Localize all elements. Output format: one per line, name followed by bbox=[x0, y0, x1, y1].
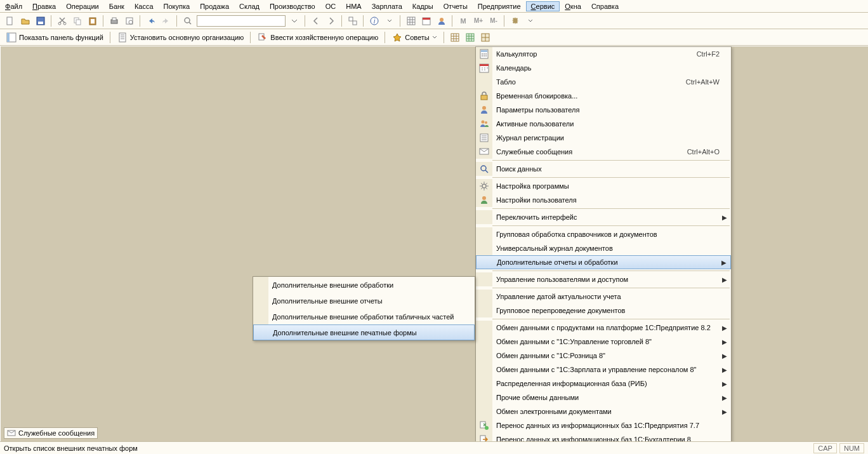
menu-item[interactable]: Универсальный журнал документов bbox=[476, 241, 731, 255]
m-icon[interactable]: M bbox=[457, 15, 470, 27]
menu-item[interactable]: Обмен данными с продуктами на платформе … bbox=[476, 321, 731, 335]
menu-item[interactable]: Обмен данными с "1С:Зарплата и управлени… bbox=[476, 363, 731, 377]
submenu-arrow-icon: ▶ bbox=[722, 394, 727, 401]
menu-item[interactable]: Настройка программы bbox=[476, 179, 731, 193]
m-minus-icon[interactable]: M- bbox=[487, 15, 500, 27]
separator bbox=[250, 32, 251, 43]
menu-item[interactable]: Временная блокировка... bbox=[476, 89, 731, 103]
show-functions-button[interactable]: Показать панель функций bbox=[4, 31, 106, 44]
gear-icon bbox=[476, 179, 492, 193]
user-icon[interactable] bbox=[435, 15, 448, 27]
submenu-item[interactable]: Дополнительные внешние печатные формы bbox=[253, 324, 475, 340]
menu-item[interactable]: Поиск данных bbox=[476, 162, 731, 176]
menu-item[interactable]: Журнал регистрации bbox=[476, 131, 731, 145]
menu-item[interactable]: Банк bbox=[104, 1, 129, 11]
menu-item[interactable]: Активные пользователи bbox=[476, 117, 731, 131]
menu-item[interactable]: Склад bbox=[234, 1, 265, 11]
save-icon[interactable] bbox=[34, 15, 47, 27]
m-plus-icon[interactable]: M+ bbox=[472, 15, 485, 27]
grid3-icon[interactable] bbox=[479, 31, 492, 44]
menu-item[interactable]: Зарплата bbox=[367, 1, 407, 11]
menu-item[interactable]: Операции bbox=[61, 1, 103, 11]
enter-op-button[interactable]: Ввести хозяйственную операцию bbox=[255, 31, 381, 44]
menu-label: Настройка программы bbox=[492, 182, 731, 190]
blank-icon bbox=[476, 391, 492, 404]
toolbar-secondary: Показать панель функций Установить основ… bbox=[0, 29, 868, 46]
menu-item[interactable]: Переключить интерфейс▶ bbox=[476, 210, 731, 224]
menu-item[interactable]: Групповая обработка справочников и докум… bbox=[476, 227, 731, 241]
calendar-icon[interactable] bbox=[420, 15, 433, 27]
submenu-item[interactable]: Дополнительные внешние отчеты bbox=[253, 293, 475, 309]
print-icon[interactable] bbox=[108, 15, 121, 27]
settings-icon[interactable] bbox=[509, 15, 522, 27]
separator bbox=[444, 32, 445, 43]
menu-item[interactable]: Обмен данными с "1С:Розница 8"▶ bbox=[476, 349, 731, 363]
menu-item[interactable]: Отчеты bbox=[438, 1, 473, 11]
search-icon[interactable] bbox=[181, 15, 194, 27]
redo-icon[interactable] bbox=[160, 15, 173, 27]
dropdown-icon[interactable] bbox=[524, 15, 537, 27]
menu-item[interactable]: Обмен электронными документами▶ bbox=[476, 404, 731, 418]
cut-icon[interactable] bbox=[56, 15, 69, 27]
menu-item[interactable]: Календарь bbox=[476, 61, 731, 75]
service-menu: КалькуляторCtrl+F2КалендарьТаблоCtrl+Alt… bbox=[475, 46, 732, 454]
menu-item[interactable]: Справка bbox=[586, 1, 624, 11]
menu-item[interactable]: Производство bbox=[265, 1, 320, 11]
search-input[interactable] bbox=[197, 15, 286, 27]
menu-item[interactable]: Управление датой актуальности учета bbox=[476, 290, 731, 304]
preview-icon[interactable] bbox=[123, 15, 136, 27]
dropdown-icon[interactable] bbox=[383, 15, 396, 27]
svg-point-42 bbox=[485, 121, 487, 124]
menu-item[interactable]: Прочие обмены данными▶ bbox=[476, 391, 731, 404]
copy-icon[interactable] bbox=[71, 15, 84, 27]
menu-item[interactable]: КалькуляторCtrl+F2 bbox=[476, 47, 731, 61]
menu-item[interactable]: Покупка bbox=[159, 1, 195, 11]
menu-item[interactable]: Параметры пользователя bbox=[476, 103, 731, 117]
menu-label: Обмен данными с продуктами на платформе … bbox=[492, 324, 731, 331]
menu-item[interactable]: Групповое перепроведение документов bbox=[476, 304, 731, 317]
submenu-item[interactable]: Дополнительные внешние обработки bbox=[253, 277, 475, 293]
menu-item[interactable]: Настройки пользователя bbox=[476, 193, 731, 207]
menu-label: Распределенная информационная база (РИБ) bbox=[492, 380, 731, 387]
dropdown-icon[interactable] bbox=[288, 15, 301, 27]
menu-item[interactable]: Касса bbox=[129, 1, 159, 11]
open-icon[interactable] bbox=[19, 15, 32, 27]
grid2-icon[interactable] bbox=[464, 31, 477, 44]
blank-icon bbox=[476, 290, 492, 304]
table-icon[interactable] bbox=[405, 15, 418, 27]
submenu-item[interactable]: Дополнительные внешние обработки табличн… bbox=[253, 309, 475, 324]
menu-item[interactable]: Служебные сообщенияCtrl+Alt+O bbox=[476, 145, 731, 159]
menu-item[interactable]: НМА bbox=[341, 1, 366, 11]
menu-item[interactable]: Управление пользователями и доступом▶ bbox=[476, 272, 731, 286]
menu-item[interactable]: ОС bbox=[320, 1, 341, 11]
advice-button[interactable]: Советы bbox=[390, 31, 439, 44]
menu-item[interactable]: Окна bbox=[560, 1, 586, 11]
new-doc-icon[interactable] bbox=[4, 15, 16, 27]
help-icon[interactable]: i bbox=[368, 15, 381, 27]
paste-icon[interactable] bbox=[86, 15, 99, 27]
menu-item[interactable]: Предприятие bbox=[473, 1, 526, 11]
menubar: ФайлПравкаОперацииБанкКассаПокупкаПродаж… bbox=[0, 0, 868, 13]
menu-item[interactable]: ТаблоCtrl+Alt+W bbox=[476, 75, 731, 89]
menu-item[interactable]: Файл bbox=[0, 1, 27, 11]
menu-label: Переключить интерфейс bbox=[492, 213, 731, 221]
menu-item[interactable]: Дополнительные отчеты и обработки▶ bbox=[476, 255, 731, 269]
menu-item[interactable]: Продажа bbox=[195, 1, 234, 11]
menu-item[interactable]: Перенос данных из информационных баз 1С:… bbox=[476, 418, 731, 432]
grid1-icon[interactable] bbox=[449, 31, 461, 44]
svg-rect-20 bbox=[423, 18, 430, 20]
calendar-icon bbox=[476, 61, 492, 75]
set-org-button[interactable]: Установить основную организацию bbox=[115, 31, 247, 44]
menu-item[interactable]: Обмен данными с "1С:Управление торговлей… bbox=[476, 335, 731, 349]
menu-item[interactable]: Распределенная информационная база (РИБ)… bbox=[476, 377, 731, 391]
nav-fwd-icon[interactable] bbox=[325, 15, 338, 27]
windows-icon[interactable] bbox=[346, 15, 359, 27]
menu-item[interactable]: Правка bbox=[27, 1, 61, 11]
menu-label: Календарь bbox=[492, 64, 731, 72]
menu-item[interactable]: Кадры bbox=[407, 1, 438, 11]
undo-icon[interactable] bbox=[145, 15, 157, 27]
menu-label: Настройки пользователя bbox=[492, 196, 731, 204]
messages-bar[interactable]: Служебные сообщения bbox=[4, 427, 98, 439]
menu-item[interactable]: Сервис bbox=[526, 1, 560, 11]
nav-back-icon[interactable] bbox=[310, 15, 322, 27]
